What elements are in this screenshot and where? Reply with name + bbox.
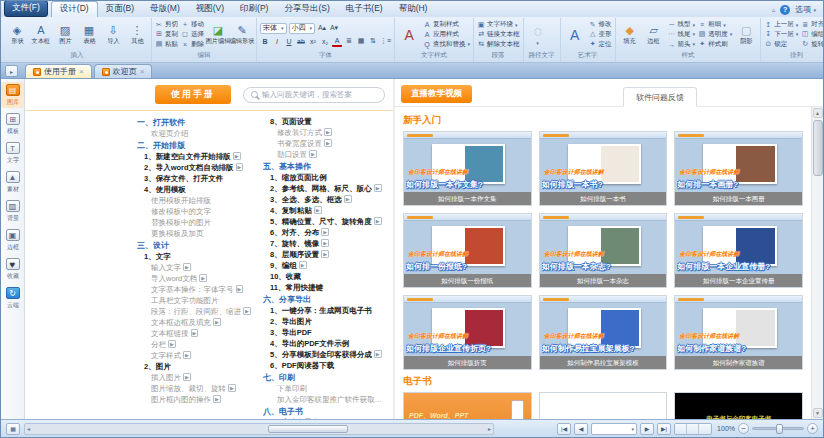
- sidebar-collapse-button[interactable]: ▸: [5, 65, 18, 77]
- sidebar-item-cloud[interactable]: ↻云端: [1, 285, 24, 311]
- sidebar-item-favorite[interactable]: ♥收藏: [1, 256, 24, 282]
- toc-heading[interactable]: 二、开始排版: [137, 140, 259, 151]
- ribbon-button[interactable]: A复制样式: [423, 20, 470, 29]
- toc-heading[interactable]: 三、设计: [137, 240, 259, 251]
- toc-item[interactable]: 替换模板中的图片: [137, 217, 259, 228]
- toc-item[interactable]: 3、全选、多选、框选: [263, 194, 385, 205]
- ribbon-button[interactable]: ▦表格: [78, 19, 100, 50]
- menu-tab[interactable]: 页面(B): [98, 2, 142, 17]
- underline-button[interactable]: U: [284, 36, 294, 46]
- ribbon-button[interactable]: A文本框: [30, 19, 52, 50]
- ribbon-button[interactable]: ◈形状: [6, 19, 28, 50]
- video-card[interactable]: 金印客设计师在线讲解如何排版一本作文集?如何排版一本作文集: [403, 131, 532, 206]
- video-thumbnail[interactable]: 金印客设计师在线讲解如何排版一本书?: [540, 132, 667, 192]
- search-box[interactable]: [243, 87, 385, 103]
- ribbon-button[interactable]: ▨透明度▾: [698, 30, 732, 39]
- toc-item[interactable]: 8、层顺序设置: [263, 249, 385, 260]
- ribbon-button[interactable]: △变形: [589, 30, 612, 39]
- menu-tab[interactable]: 视图(V): [188, 2, 232, 17]
- toc-item[interactable]: 6、PDF阅读器下载: [263, 360, 385, 371]
- video-thumbnail[interactable]: 金印客设计师在线讲解如何排版一本企业宣传册?: [675, 214, 802, 274]
- line-spacing-button[interactable]: ⇅: [368, 36, 378, 46]
- scroll-down-icon[interactable]: ▼: [813, 408, 823, 418]
- zoom-slider-thumb[interactable]: [776, 424, 783, 434]
- video-card[interactable]: 金印客设计师在线讲解如何排一份报纸?如何排版一份报纸: [403, 213, 532, 288]
- vertical-scrollbar[interactable]: ▲ ▼: [811, 107, 823, 419]
- zoom-slider[interactable]: [752, 427, 804, 430]
- toc-heading[interactable]: 六、分享导出: [263, 294, 385, 305]
- toc-item[interactable]: 勒口设置: [263, 149, 385, 160]
- toc-item[interactable]: 3、导出PDF: [263, 327, 385, 338]
- video-card[interactable]: 金印客设计师在线讲解如何制作易拉宝展架展板?如何制作易拉宝展架模板: [539, 295, 668, 370]
- menu-tab[interactable]: 母版(M): [142, 2, 188, 17]
- ribbon-button[interactable]: ⇩导入: [102, 19, 124, 50]
- font-size-select[interactable]: 小四▾: [289, 23, 316, 34]
- scroll-right-icon[interactable]: ▸: [488, 425, 491, 432]
- video-thumbnail[interactable]: 电子书与金印客电子书有什么区别呢: [675, 393, 802, 419]
- videos-title-button[interactable]: 直播教学视频: [401, 85, 472, 103]
- toc-item[interactable]: 加入金印客联盟推广软件获取奖励: [263, 394, 385, 405]
- align-button[interactable]: ≣: [344, 36, 354, 46]
- video-thumbnail[interactable]: 生成电子书之后怎么修改文字设置: [540, 393, 667, 419]
- toc-item[interactable]: 下单印刷: [263, 383, 385, 394]
- scrollbar-thumb[interactable]: [813, 120, 823, 176]
- toc-item[interactable]: 3、保存文件、打开文件: [137, 173, 259, 184]
- toc-item[interactable]: 插入图片: [137, 372, 259, 383]
- toc-item[interactable]: 10、收藏: [263, 271, 385, 282]
- menu-tab[interactable]: 设计(D): [51, 1, 98, 17]
- toc-item[interactable]: 8、页面设置: [263, 116, 385, 127]
- toc-item[interactable]: 1、新建空白文件开始排版: [137, 151, 259, 162]
- ribbon-button[interactable]: ✦定位: [589, 40, 612, 49]
- video-card[interactable]: 金印客设计师在线讲解如何排版一本书?如何排版一本书: [539, 131, 668, 206]
- ribbon-button[interactable]: A应用样式: [423, 30, 470, 39]
- toc-item[interactable]: 1、缩放页面比例: [263, 172, 385, 183]
- ribbon-button[interactable]: ▤粘贴: [155, 40, 178, 49]
- last-page-button[interactable]: ▶|: [657, 423, 671, 435]
- ribbon-button[interactable]: ×删除: [181, 40, 204, 49]
- toc-heading[interactable]: 七、印刷: [263, 372, 385, 383]
- list-button[interactable]: ⋮≡: [380, 36, 391, 46]
- strikethrough-button[interactable]: ab: [296, 36, 306, 46]
- ribbon-button[interactable]: ✎修改: [589, 20, 612, 29]
- ribbon-button[interactable]: ⇄链接文本框: [477, 30, 520, 39]
- video-card[interactable]: 金印客设计师在线讲解如何排版一本杂志?如何排版一本杂志: [539, 213, 668, 288]
- ribbon-button[interactable]: ✎编辑形状: [231, 19, 253, 50]
- shrink-font-button[interactable]: A▾: [329, 23, 339, 33]
- view-mode-toggle[interactable]: [674, 423, 712, 435]
- ribbon-button[interactable]: ◻选择: [181, 30, 204, 39]
- ribbon-button[interactable]: ⋯线尾▾: [668, 30, 696, 39]
- hscrollbar-thumb[interactable]: [268, 425, 348, 433]
- toc-item[interactable]: 文本框边框及填充: [137, 317, 259, 328]
- sidebar-item-template[interactable]: ⊞模板: [1, 111, 24, 137]
- toc-item[interactable]: 2、参考线、网格、标尺、版心: [263, 183, 385, 194]
- sidebar-item-text[interactable]: T文字: [1, 140, 24, 166]
- ribbon-button[interactable]: ≣对齐▾: [801, 20, 823, 29]
- superscript-button[interactable]: x²: [308, 36, 318, 46]
- ribbon-button[interactable]: +移动: [181, 20, 204, 29]
- manual-title-button[interactable]: 使用手册: [155, 85, 231, 104]
- ribbon-button[interactable]: ↻旋转▾: [801, 40, 823, 49]
- toc-item[interactable]: 4、使用模板: [137, 184, 259, 195]
- video-thumbnail[interactable]: 金印客设计师在线讲解如何制作家谱族谱?: [675, 296, 802, 356]
- sidebar-item-frame[interactable]: ▣边框: [1, 227, 24, 253]
- ribbon-button[interactable]: ◪图片编辑: [207, 19, 229, 50]
- border-button[interactable]: ▦: [356, 36, 366, 46]
- ribbon-button[interactable]: ✦样式刷: [698, 40, 732, 49]
- video-thumbnail[interactable]: 金印客设计师在线讲解如何制作易拉宝展架展板?: [540, 296, 667, 356]
- toc-item[interactable]: 1、一键分享：生成网页电子书: [263, 305, 385, 316]
- toc-item[interactable]: 2、导出图片: [263, 316, 385, 327]
- video-card[interactable]: 金印客设计师在线讲解如何排版一本企业宣传册?如何排版一本企业宣传册: [674, 213, 803, 288]
- toc-item[interactable]: 2、导入word文档自动排版: [137, 162, 259, 173]
- ribbon-button[interactable]: ◫编组▾: [801, 30, 823, 39]
- video-thumbnail[interactable]: 金印客设计师在线讲解如何排版一本杂志?: [540, 214, 667, 274]
- toc-item[interactable]: 文字基本操作：字体字号: [137, 284, 259, 295]
- sidebar-item-background[interactable]: ▨背景: [1, 198, 24, 224]
- scroll-left-icon[interactable]: ◂: [27, 425, 30, 432]
- video-thumbnail[interactable]: PDF、Word、PPT一键生成翻页电子书: [404, 393, 531, 419]
- video-thumbnail[interactable]: 金印客设计师在线讲解如何排一份报纸?: [404, 214, 531, 274]
- ribbon-button[interactable]: ⊞复制: [155, 30, 178, 39]
- toc-item[interactable]: 工具栏文字功能图片: [137, 295, 259, 306]
- ribbon-button[interactable]: ↧下一层▾: [764, 30, 798, 39]
- ribbon-button[interactable]: ▣文字环绕▾: [477, 20, 520, 29]
- help-icon[interactable]: ?: [780, 5, 790, 15]
